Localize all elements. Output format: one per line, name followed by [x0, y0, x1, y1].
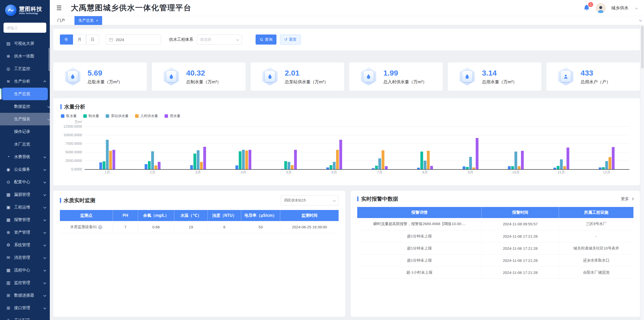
bar-入村供水量[interactable]: [336, 150, 339, 169]
sidebar-item-系统配置[interactable]: ⚙系统配置: [0, 314, 50, 319]
bar-制水量[interactable]: [602, 167, 605, 169]
bar-制水量[interactable]: [284, 161, 287, 169]
system-select[interactable]: 请选择: [197, 34, 242, 45]
bar-泵站供水量[interactable]: [197, 150, 199, 169]
page-scrollbar[interactable]: [641, 25, 644, 320]
bar-泵站供水量[interactable]: [424, 161, 426, 169]
sidebar-item-公众服务[interactable]: ◉公众服务: [0, 163, 50, 176]
sidebar-item-供水一张图[interactable]: ⊕供水一张图: [0, 50, 50, 62]
sidebar-item-生产分析[interactable]: ≋生产分析: [0, 75, 50, 88]
bar-制水量[interactable]: [239, 151, 242, 169]
bar-取水量[interactable]: [599, 167, 601, 169]
bar-泵站供水量[interactable]: [106, 140, 109, 169]
table-row[interactable]: 超1分钟未上报2024-11-06 17:21:28-: [357, 230, 633, 242]
sidebar-item-配置中心[interactable]: ⊙配置中心: [0, 176, 50, 188]
sidebar-item-漏损管理[interactable]: ▦漏损管理: [0, 188, 50, 201]
sidebar-scrollbar-thumb[interactable]: [49, 48, 50, 71]
bar-泵站供水量[interactable]: [333, 162, 336, 169]
bar-入村供水量[interactable]: [472, 167, 475, 169]
bar-入村供水量[interactable]: [291, 165, 294, 169]
bar-入村供水量[interactable]: [245, 151, 248, 169]
bar-用水量[interactable]: [612, 147, 615, 169]
bar-制水量[interactable]: [420, 152, 423, 169]
period-button-日[interactable]: 日: [86, 34, 99, 45]
sidebar-item-监控管理[interactable]: ▥监控管理: [0, 276, 50, 289]
bar-制水量[interactable]: [557, 166, 559, 169]
year-picker[interactable]: 2024: [106, 34, 161, 45]
sidebar-item-资产管理[interactable]: ⊗资产管理: [0, 226, 50, 239]
sidebar-item-水费营收[interactable]: ◔水费营收: [0, 151, 50, 163]
bar-入村供水量[interactable]: [154, 165, 157, 169]
bar-泵站供水量[interactable]: [151, 151, 154, 169]
bar-入村供水量[interactable]: [200, 162, 203, 169]
bar-入村供水量[interactable]: [563, 166, 566, 169]
station-select[interactable]: 四区供水站15: [281, 195, 339, 205]
bar-用水量[interactable]: [294, 150, 297, 169]
legend-item-取水量[interactable]: 取水量: [61, 114, 77, 118]
sidebar-item-报警管理[interactable]: ▦报警管理: [0, 214, 50, 226]
tab-close-icon[interactable]: ×: [96, 19, 98, 23]
legend-item-用水量[interactable]: 用水量: [165, 114, 180, 118]
bar-泵站供水量[interactable]: [605, 161, 608, 169]
bar-用水量[interactable]: [339, 140, 342, 169]
table-row[interactable]: 超1分钟未上报2024-11-06 17:21:28城关街道城关社区10号表井: [357, 242, 633, 254]
bar-取水量[interactable]: [372, 168, 375, 169]
bar-泵站供水量[interactable]: [288, 162, 290, 169]
bar-泵站供水量[interactable]: [378, 158, 381, 169]
bar-取水量[interactable]: [235, 165, 238, 169]
bar-制水量[interactable]: [466, 167, 469, 169]
sidebar-item-系统管理[interactable]: ⚙系统管理: [0, 239, 50, 251]
sidebar-subitem-生产报表[interactable]: 生产报表: [0, 113, 50, 125]
bar-用水量[interactable]: [158, 162, 160, 169]
alarm-more-link[interactable]: 更多: [621, 196, 633, 202]
bar-用水量[interactable]: [430, 166, 433, 169]
sidebar-item-工程运维[interactable]: ▣工程运维: [0, 201, 50, 214]
table-row[interactable]: 水质监测设备01?70.66196532024-06-25 16:39:00: [60, 221, 339, 233]
sidebar-item-可视化大屏[interactable]: ▤可视化大屏: [0, 37, 50, 50]
bar-制水量[interactable]: [148, 161, 151, 169]
tab-门户[interactable]: 门户: [56, 16, 66, 25]
notification-bell-icon[interactable]: 1: [583, 4, 590, 12]
sidebar-subitem-数据监控[interactable]: 数据监控: [0, 100, 50, 113]
bar-用水量[interactable]: [249, 150, 251, 169]
table-row[interactable]: 超1分钟未上报2024-11-06 17:21:28还乡水库取水口: [357, 254, 633, 266]
sidebar-subitem-生产总览[interactable]: 生产总览: [2, 88, 48, 100]
bar-用水量[interactable]: [203, 147, 206, 169]
bar-制水量[interactable]: [375, 166, 378, 169]
user-name[interactable]: 城乡供水: [611, 5, 628, 11]
bar-制水量[interactable]: [103, 161, 105, 169]
bar-泵站供水量[interactable]: [560, 159, 563, 169]
bar-取水量[interactable]: [463, 166, 465, 169]
bar-取水量[interactable]: [145, 164, 147, 169]
table-row[interactable]: 超-1小时未上报2024-11-06 17:21:28合阳水厂储泥池: [357, 266, 633, 278]
bar-取水量[interactable]: [99, 162, 102, 169]
query-button[interactable]: 查询: [256, 34, 276, 45]
sidebar-item-流程中心[interactable]: ▦流程中心: [0, 264, 50, 276]
legend-item-泵站供水量[interactable]: 泵站供水量: [106, 114, 129, 118]
bar-用水量[interactable]: [567, 148, 569, 169]
sidebar-search-input[interactable]: [4, 23, 46, 33]
bar-入村供水量[interactable]: [518, 166, 520, 169]
legend-item-制水量[interactable]: 制水量: [83, 114, 99, 118]
bar-取水量[interactable]: [281, 169, 284, 169]
bar-入村供水量[interactable]: [427, 151, 430, 169]
user-avatar[interactable]: [596, 3, 606, 13]
bar-泵站供水量[interactable]: [469, 157, 472, 169]
sidebar-subitem-操作记录[interactable]: 操作记录: [0, 125, 50, 138]
bar-用水量[interactable]: [385, 166, 388, 169]
bar-取水量[interactable]: [417, 168, 420, 169]
bar-取水量[interactable]: [508, 166, 511, 169]
sidebar-item-接口管理[interactable]: ⊞接口管理: [0, 302, 50, 314]
bar-用水量[interactable]: [521, 151, 524, 169]
page-scrollbar-thumb[interactable]: [641, 26, 643, 68]
bar-制水量[interactable]: [511, 166, 514, 169]
table-row[interactable]: 瞬时流量超高限报警，报警值2689.4568【閾值10.00-...2024-1…: [357, 218, 633, 230]
tab-生产总览[interactable]: 生产总览×: [74, 16, 102, 25]
sidebar-item-消息管理[interactable]: ✉消息管理: [0, 251, 50, 264]
bar-泵站供水量[interactable]: [242, 150, 245, 169]
period-button-年[interactable]: 年: [60, 34, 73, 45]
bar-制水量[interactable]: [330, 165, 332, 169]
sidebar-collapse-icon[interactable]: ☰: [56, 5, 62, 12]
bar-入村供水量[interactable]: [382, 150, 384, 169]
bar-入村供水量[interactable]: [609, 157, 611, 169]
